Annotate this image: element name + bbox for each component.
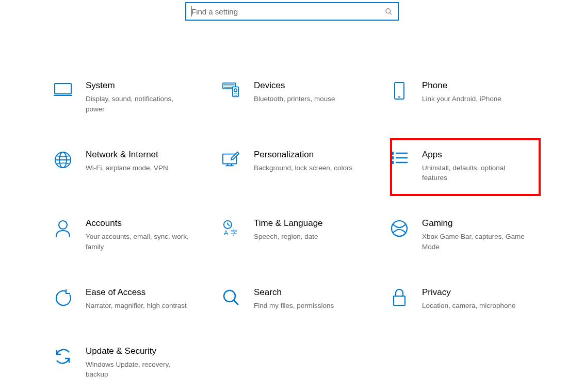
tile-gaming[interactable]: Gaming Xbox Game Bar, captures, Game Mod…: [390, 215, 548, 255]
tile-desc: Narrator, magnifier, high contrast: [86, 301, 187, 311]
tile-system[interactable]: System Display, sound, notifications, po…: [54, 77, 212, 118]
search-tile-icon: [222, 288, 240, 307]
svg-line-1: [390, 12, 392, 14]
search-icon: [385, 8, 393, 15]
tile-title: Update & Security: [86, 346, 194, 356]
svg-rect-2: [55, 84, 71, 94]
tile-title: Devices: [254, 80, 335, 91]
search-input[interactable]: [191, 7, 385, 16]
svg-line-34: [234, 300, 238, 305]
svg-point-0: [386, 8, 391, 13]
tile-desc: Background, lock screen, colors: [254, 163, 352, 173]
tile-title: Network & Internet: [86, 150, 168, 160]
tile-desc: Xbox Game Bar, captures, Game Mode: [422, 232, 530, 252]
search-box[interactable]: [185, 2, 399, 21]
tile-ease-of-access[interactable]: Ease of Access Narrator, magnifier, high…: [54, 284, 212, 314]
tile-title: Gaming: [422, 218, 530, 228]
svg-rect-20: [391, 152, 393, 154]
tile-desc: Link your Android, iPhone: [422, 94, 501, 104]
accounts-icon: [54, 219, 72, 238]
tile-network[interactable]: Network & Internet Wi-Fi, airplane mode,…: [54, 146, 212, 187]
tile-personalization[interactable]: Personalization Background, lock screen,…: [222, 146, 380, 187]
tile-title: Personalization: [254, 150, 352, 160]
tile-search[interactable]: Search Find my files, permissions: [222, 284, 380, 314]
tile-desc: Find my files, permissions: [254, 301, 334, 311]
tile-apps[interactable]: Apps Uninstall, defaults, optional featu…: [390, 146, 548, 187]
tile-title: Ease of Access: [86, 287, 187, 298]
tile-desc: Wi-Fi, airplane mode, VPN: [86, 163, 168, 173]
tile-title: System: [86, 80, 194, 91]
svg-point-26: [59, 221, 67, 229]
apps-icon: [390, 151, 409, 169]
tile-desc: Windows Update, recovery, backup: [86, 360, 194, 380]
svg-rect-22: [391, 161, 393, 164]
tile-title: Time & Language: [254, 218, 323, 228]
privacy-icon: [390, 288, 409, 307]
phone-icon: [390, 81, 409, 100]
update-security-icon: [54, 347, 72, 366]
tile-time-language[interactable]: A 字 Time & Language Speech, region, date: [222, 215, 380, 255]
svg-point-32: [392, 221, 407, 236]
system-icon: [54, 81, 72, 100]
tile-desc: Display, sound, notifications, power: [86, 94, 194, 114]
svg-rect-35: [394, 296, 405, 305]
tile-title: Accounts: [86, 218, 194, 228]
tile-accounts[interactable]: Accounts Your accounts, email, sync, wor…: [54, 215, 212, 255]
svg-point-33: [224, 290, 235, 302]
devices-icon: [222, 81, 240, 100]
gaming-icon: [390, 219, 409, 238]
tile-privacy[interactable]: Privacy Location, camera, microphone: [390, 284, 548, 314]
svg-text:字: 字: [231, 229, 237, 237]
svg-line-29: [228, 224, 230, 225]
tile-desc: Speech, region, date: [254, 232, 323, 242]
tile-title: Search: [254, 287, 334, 298]
tile-desc: Your accounts, email, sync, work, family: [86, 232, 194, 252]
tile-desc: Uninstall, defaults, optional features: [422, 163, 530, 183]
svg-text:A: A: [224, 229, 229, 237]
tile-title: Apps: [422, 150, 530, 160]
tile-title: Privacy: [422, 287, 516, 298]
ease-of-access-icon: [54, 288, 72, 307]
tile-devices[interactable]: Devices Bluetooth, printers, mouse: [222, 77, 380, 118]
svg-rect-21: [391, 157, 393, 159]
tile-desc: Location, camera, microphone: [422, 301, 516, 311]
tile-desc: Bluetooth, printers, mouse: [254, 94, 335, 104]
tile-title: Phone: [422, 80, 501, 91]
time-language-icon: A 字: [222, 219, 240, 238]
network-icon: [54, 151, 72, 169]
text-cursor: [191, 6, 192, 17]
personalization-icon: [222, 151, 240, 169]
settings-grid: System Display, sound, notifications, po…: [0, 21, 584, 383]
tile-phone[interactable]: Phone Link your Android, iPhone: [390, 77, 548, 118]
tile-update-security[interactable]: Update & Security Windows Update, recove…: [54, 343, 212, 383]
